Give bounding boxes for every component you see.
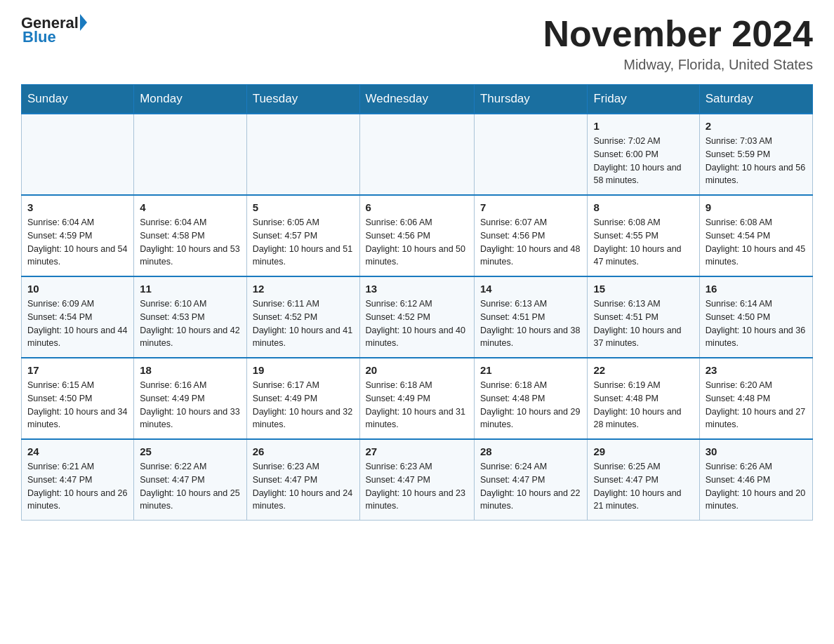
calendar-cell: 25Sunrise: 6:22 AMSunset: 4:47 PMDayligh…: [134, 439, 246, 521]
calendar: SundayMondayTuesdayWednesdayThursdayFrid…: [21, 84, 813, 521]
day-number: 15: [593, 283, 693, 295]
day-info: Sunrise: 6:22 AMSunset: 4:47 PMDaylight:…: [140, 460, 240, 513]
day-info: Sunrise: 6:12 AMSunset: 4:52 PMDaylight:…: [366, 297, 468, 350]
calendar-cell: 23Sunrise: 6:20 AMSunset: 4:48 PMDayligh…: [699, 358, 812, 439]
day-info: Sunrise: 6:16 AMSunset: 4:49 PMDaylight:…: [140, 379, 240, 431]
day-number: 30: [706, 445, 807, 457]
day-number: 6: [366, 201, 468, 213]
logo-blue: Blue: [22, 28, 56, 46]
day-number: 10: [27, 283, 128, 295]
day-info: Sunrise: 6:13 AMSunset: 4:51 PMDaylight:…: [480, 297, 582, 350]
calendar-cell: 9Sunrise: 6:08 AMSunset: 4:54 PMDaylight…: [699, 195, 812, 276]
calendar-cell: 10Sunrise: 6:09 AMSunset: 4:54 PMDayligh…: [22, 276, 134, 358]
calendar-header: SundayMondayTuesdayWednesdayThursdayFrid…: [22, 85, 813, 114]
calendar-cell: 21Sunrise: 6:18 AMSunset: 4:48 PMDayligh…: [474, 358, 588, 439]
day-number: 18: [140, 364, 240, 376]
weekday-header-tuesday: Tuesday: [246, 85, 359, 114]
day-number: 21: [480, 364, 582, 376]
calendar-cell: 14Sunrise: 6:13 AMSunset: 4:51 PMDayligh…: [474, 276, 588, 358]
calendar-cell: [474, 114, 588, 195]
day-info: Sunrise: 6:15 AMSunset: 4:50 PMDaylight:…: [27, 379, 128, 431]
calendar-cell: 13Sunrise: 6:12 AMSunset: 4:52 PMDayligh…: [359, 276, 474, 358]
month-title: November 2024: [543, 14, 813, 54]
day-number: 4: [140, 201, 240, 213]
day-number: 23: [706, 364, 807, 376]
calendar-cell: 2Sunrise: 7:03 AMSunset: 5:59 PMDaylight…: [699, 114, 812, 195]
weekday-header-thursday: Thursday: [474, 85, 588, 114]
day-info: Sunrise: 6:18 AMSunset: 4:48 PMDaylight:…: [480, 379, 582, 431]
calendar-cell: 4Sunrise: 6:04 AMSunset: 4:58 PMDaylight…: [134, 195, 246, 276]
calendar-week-row: 3Sunrise: 6:04 AMSunset: 4:59 PMDaylight…: [22, 195, 813, 276]
calendar-cell: 3Sunrise: 6:04 AMSunset: 4:59 PMDaylight…: [22, 195, 134, 276]
day-number: 8: [593, 201, 693, 213]
logo-arrow-icon: [80, 14, 87, 31]
calendar-cell: 24Sunrise: 6:21 AMSunset: 4:47 PMDayligh…: [22, 439, 134, 521]
day-info: Sunrise: 6:05 AMSunset: 4:57 PMDaylight:…: [253, 216, 354, 269]
day-info: Sunrise: 6:21 AMSunset: 4:47 PMDaylight:…: [27, 460, 128, 513]
day-info: Sunrise: 6:23 AMSunset: 4:47 PMDaylight:…: [366, 460, 468, 513]
day-number: 3: [27, 201, 128, 213]
day-number: 14: [480, 283, 582, 295]
day-number: 5: [253, 201, 354, 213]
day-info: Sunrise: 6:04 AMSunset: 4:59 PMDaylight:…: [27, 216, 128, 269]
location: Midway, Florida, United States: [543, 57, 813, 73]
calendar-cell: 7Sunrise: 6:07 AMSunset: 4:56 PMDaylight…: [474, 195, 588, 276]
title-section: November 2024 Midway, Florida, United St…: [543, 14, 813, 73]
day-number: 27: [366, 445, 468, 457]
day-info: Sunrise: 6:04 AMSunset: 4:58 PMDaylight:…: [140, 216, 240, 269]
calendar-week-row: 1Sunrise: 7:02 AMSunset: 6:00 PMDaylight…: [22, 114, 813, 195]
day-number: 9: [706, 201, 807, 213]
calendar-cell: 19Sunrise: 6:17 AMSunset: 4:49 PMDayligh…: [246, 358, 359, 439]
day-number: 16: [706, 283, 807, 295]
day-info: Sunrise: 7:03 AMSunset: 5:59 PMDaylight:…: [706, 135, 807, 187]
calendar-cell: 20Sunrise: 6:18 AMSunset: 4:49 PMDayligh…: [359, 358, 474, 439]
day-number: 28: [480, 445, 582, 457]
day-info: Sunrise: 6:09 AMSunset: 4:54 PMDaylight:…: [27, 297, 128, 350]
day-number: 12: [253, 283, 354, 295]
day-info: Sunrise: 6:08 AMSunset: 4:54 PMDaylight:…: [706, 216, 807, 269]
day-number: 7: [480, 201, 582, 213]
calendar-cell: 22Sunrise: 6:19 AMSunset: 4:48 PMDayligh…: [588, 358, 699, 439]
day-info: Sunrise: 6:17 AMSunset: 4:49 PMDaylight:…: [253, 379, 354, 431]
day-number: 19: [253, 364, 354, 376]
calendar-body: 1Sunrise: 7:02 AMSunset: 6:00 PMDaylight…: [22, 114, 813, 521]
calendar-cell: 27Sunrise: 6:23 AMSunset: 4:47 PMDayligh…: [359, 439, 474, 521]
calendar-cell: 6Sunrise: 6:06 AMSunset: 4:56 PMDaylight…: [359, 195, 474, 276]
day-number: 24: [27, 445, 128, 457]
calendar-cell: 29Sunrise: 6:25 AMSunset: 4:47 PMDayligh…: [588, 439, 699, 521]
day-info: Sunrise: 6:18 AMSunset: 4:49 PMDaylight:…: [366, 379, 468, 431]
calendar-week-row: 10Sunrise: 6:09 AMSunset: 4:54 PMDayligh…: [22, 276, 813, 358]
calendar-cell: 17Sunrise: 6:15 AMSunset: 4:50 PMDayligh…: [22, 358, 134, 439]
calendar-week-row: 17Sunrise: 6:15 AMSunset: 4:50 PMDayligh…: [22, 358, 813, 439]
day-number: 20: [366, 364, 468, 376]
calendar-cell: 26Sunrise: 6:23 AMSunset: 4:47 PMDayligh…: [246, 439, 359, 521]
day-info: Sunrise: 6:14 AMSunset: 4:50 PMDaylight:…: [706, 297, 807, 350]
calendar-cell: 30Sunrise: 6:26 AMSunset: 4:46 PMDayligh…: [699, 439, 812, 521]
calendar-cell: 1Sunrise: 7:02 AMSunset: 6:00 PMDaylight…: [588, 114, 699, 195]
weekday-header-monday: Monday: [134, 85, 246, 114]
calendar-cell: 12Sunrise: 6:11 AMSunset: 4:52 PMDayligh…: [246, 276, 359, 358]
day-number: 1: [593, 120, 693, 132]
day-info: Sunrise: 6:26 AMSunset: 4:46 PMDaylight:…: [706, 460, 807, 513]
calendar-cell: [359, 114, 474, 195]
day-info: Sunrise: 6:24 AMSunset: 4:47 PMDaylight:…: [480, 460, 582, 513]
calendar-cell: 15Sunrise: 6:13 AMSunset: 4:51 PMDayligh…: [588, 276, 699, 358]
calendar-cell: 16Sunrise: 6:14 AMSunset: 4:50 PMDayligh…: [699, 276, 812, 358]
weekday-header-saturday: Saturday: [699, 85, 812, 114]
day-number: 29: [593, 445, 693, 457]
day-info: Sunrise: 6:10 AMSunset: 4:53 PMDaylight:…: [140, 297, 240, 350]
calendar-cell: 11Sunrise: 6:10 AMSunset: 4:53 PMDayligh…: [134, 276, 246, 358]
page-header: General Blue November 2024 Midway, Flori…: [21, 14, 813, 73]
weekday-header-friday: Friday: [588, 85, 699, 114]
day-number: 22: [593, 364, 693, 376]
day-number: 2: [706, 120, 807, 132]
day-number: 11: [140, 283, 240, 295]
day-info: Sunrise: 6:06 AMSunset: 4:56 PMDaylight:…: [366, 216, 468, 269]
calendar-week-row: 24Sunrise: 6:21 AMSunset: 4:47 PMDayligh…: [22, 439, 813, 521]
day-info: Sunrise: 7:02 AMSunset: 6:00 PMDaylight:…: [593, 135, 693, 187]
calendar-cell: 28Sunrise: 6:24 AMSunset: 4:47 PMDayligh…: [474, 439, 588, 521]
day-number: 26: [253, 445, 354, 457]
day-info: Sunrise: 6:19 AMSunset: 4:48 PMDaylight:…: [593, 379, 693, 431]
day-info: Sunrise: 6:07 AMSunset: 4:56 PMDaylight:…: [480, 216, 582, 269]
day-info: Sunrise: 6:20 AMSunset: 4:48 PMDaylight:…: [706, 379, 807, 431]
